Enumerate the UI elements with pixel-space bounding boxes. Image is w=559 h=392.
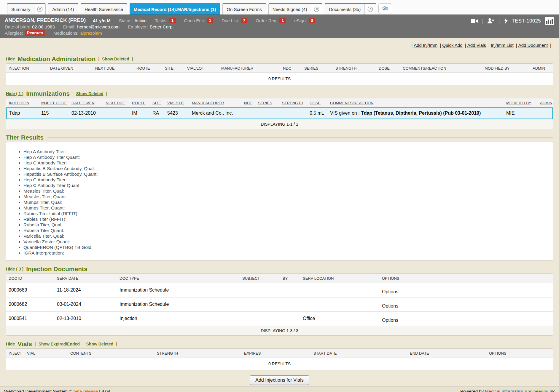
tab-admin[interactable]: Admin (14) [48,3,78,15]
options-link[interactable]: Options [382,303,398,308]
col-options[interactable]: OPTIONS [382,276,399,281]
allergy-badge[interactable]: Peanuts [25,30,45,36]
col-doc-id[interactable]: DOC ID [9,276,22,281]
col-serv-location[interactable]: SERV LOCATION [303,276,334,281]
lightning-bolt-icon[interactable] [504,18,508,24]
col-vial-lot[interactable]: VIAL/LOT [167,101,184,105]
col-modified-by[interactable]: MODIFIED BY [506,101,531,105]
show-deleted-link[interactable]: Show Deleted [102,57,129,61]
col-date-given[interactable]: DATE GIVEN [50,66,73,71]
col-vial[interactable]: VIAL [27,351,35,356]
col-inject: INJECT [9,351,22,356]
col-admin[interactable]: ADMIN [540,101,552,105]
col-strength[interactable]: STRENGTH [282,101,303,105]
col-injection[interactable]: INJECTION [9,66,29,71]
col-by[interactable]: BY [283,276,288,281]
col-dose[interactable]: DOSE [310,101,321,105]
col-injection[interactable]: INJECTION [9,101,29,105]
col-manufacturer[interactable]: MANUFACTURER [221,66,253,71]
col-manufacturer[interactable]: MANUFACTURER [192,101,224,105]
options-link[interactable]: Options [382,289,398,294]
col-strength[interactable]: STRENGTH [157,351,178,356]
col-admin[interactable]: ADMIN [533,66,545,71]
col-next-due[interactable]: NEXT DUE [95,66,115,71]
email-value: horner@mieweb.com [77,24,120,29]
hide-link[interactable]: Hide [6,57,15,61]
titer-item: Rabies Titer (RFFIT): [23,216,547,222]
hide-link[interactable]: Hide [6,342,15,346]
medication-value[interactable]: alprazolam [80,31,102,36]
col-inject-code[interactable]: INJECT CODE [41,101,67,105]
empty-results-row: 0 RESULTS [6,73,553,85]
tab-bar: Summary Admin (14) Health Surveillance M… [0,0,559,15]
col-dose[interactable]: DOSE [379,66,390,71]
add-document-link[interactable]: Add Document [518,43,548,48]
add-person-icon[interactable] [487,18,495,24]
col-subject[interactable]: SUBJECT [242,276,260,281]
tab-needs-signed[interactable]: Needs Signed (4) [268,3,323,15]
col-expires[interactable]: EXPIRES [244,351,261,356]
inj-imm-list-link[interactable]: Inj/Imm List [491,43,514,48]
col-end-date[interactable]: END DATE [410,351,429,356]
col-route[interactable]: ROUTE [136,66,150,71]
popup-arrow-icon[interactable] [34,4,45,15]
add-inj-imm-link[interactable]: Add Inj/Imm [414,43,437,48]
video-camera-icon[interactable] [471,18,478,24]
immunization-row-tdap[interactable]: Tdap 115 02-13-2010 IM RA 5423 Merck and… [7,108,552,119]
flowchart-icon[interactable] [545,17,554,25]
col-ndc[interactable]: NDC [244,101,252,105]
tab-documents[interactable]: Documents (35) [325,3,376,15]
titer-item: Hep A Antibody Titer Quant: [23,154,547,160]
col-start-date[interactable]: START DATE [313,351,337,356]
esign-badge[interactable]: 3 [309,18,315,23]
popup-arrow-icon[interactable] [364,4,376,15]
tab-on-screen-forms[interactable]: On Screen Forms [222,3,266,15]
document-row[interactable]: 000068911-18-2024 Immunization Schedule … [6,283,553,297]
show-deleted-link[interactable]: Show Deleted [76,91,103,96]
options-link[interactable]: Options [382,318,398,323]
tasks-label: Tasks: [155,18,168,23]
add-vials-link[interactable]: Add Vials [467,43,486,48]
divider: | [499,18,500,24]
popup-arrow-icon[interactable] [311,4,322,15]
col-comments-reaction[interactable]: COMMENTS/REACTION [330,101,374,105]
col-site[interactable]: SITE [165,66,173,71]
dob-value: 02-08-1983 [32,24,55,29]
settings-gear-icon[interactable]: ⚙⚙ [378,3,392,14]
col-next-due[interactable]: NEXT DUE [106,101,125,105]
col-series[interactable]: SERIES [258,101,272,105]
quick-add-link[interactable]: Quick Add [442,43,462,48]
vis-comment: VIS given on : [330,111,361,116]
hide-link[interactable]: Hide ( 3 ) [6,267,23,271]
show-deleted-link[interactable]: Show Deleted [86,342,114,346]
col-contents[interactable]: CONTENTS [70,351,92,356]
col-modified-by[interactable]: MODIFIED BY [485,66,510,71]
section-header-titer-results: Titer Results [6,134,553,141]
tasks-badge[interactable]: 1 [169,18,176,23]
col-serv-date[interactable]: SERV DATE [57,276,78,281]
col-comments-reaction[interactable]: COMMENTS/REACTION [403,66,446,71]
document-row[interactable]: 000068203-01-2024 Immunization Schedule … [6,297,553,311]
col-date-given[interactable]: DATE GIVEN [71,101,95,105]
col-route[interactable]: ROUTE [132,101,146,105]
col-series[interactable]: SERIES [304,66,318,71]
open-enc-badge[interactable]: 1 [207,18,213,23]
tab-health-surveillance[interactable]: Health Surveillance [81,3,127,15]
order-req-badge[interactable]: 1 [279,18,286,23]
document-row[interactable]: 000054102-13-2010 Injection Office Optio… [6,311,553,326]
tab-label: Summary [7,4,34,15]
hide-link[interactable]: Hide ( 1 ) [6,91,23,96]
tab-medical-record[interactable]: Medical Record (14):MAR/Injections (1) [130,3,220,15]
col-vial-lot[interactable]: VIAL/LOT [187,66,204,71]
footer-release-link[interactable]: beta release [73,389,98,392]
col-site[interactable]: SITE [152,101,161,105]
col-strength[interactable]: STRENGTH [335,66,357,71]
add-injections-for-vials-button[interactable]: Add Injections for Vials [250,375,309,385]
col-ndc[interactable]: NDC [283,66,291,71]
tab-summary[interactable]: Summary [7,3,46,15]
footer-brand-medical: Medical [485,389,500,392]
titer-item: Rabies Titer Initial (RFFIT): [23,211,547,216]
col-doc-type[interactable]: DOC TYPE [120,276,139,281]
due-list-badge[interactable]: 7 [241,18,247,23]
show-expired-ended-link[interactable]: Show Expired/Ended [39,342,80,346]
